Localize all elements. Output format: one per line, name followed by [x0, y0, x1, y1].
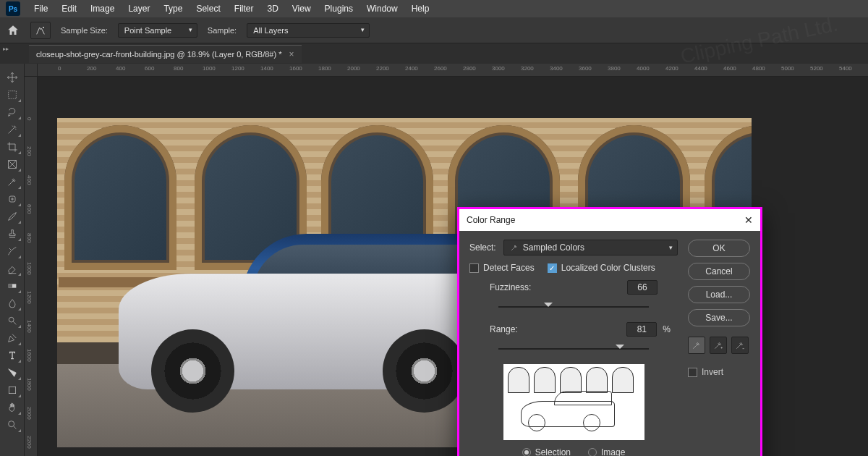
- menu-view[interactable]: View: [286, 1, 317, 16]
- active-tool-icon[interactable]: [30, 22, 51, 39]
- ok-button[interactable]: OK: [688, 240, 750, 257]
- svg-rect-5: [8, 284, 12, 287]
- sample-dropdown[interactable]: All Layers: [247, 23, 370, 38]
- svg-point-6: [9, 317, 14, 322]
- move-tool[interactable]: [2, 69, 22, 85]
- save-button[interactable]: Save...: [688, 309, 750, 326]
- type-tool[interactable]: [2, 347, 22, 363]
- marquee-tool[interactable]: [2, 87, 22, 103]
- dialog-titlebar[interactable]: Color Range ✕: [459, 209, 760, 231]
- tab-close-icon[interactable]: ×: [289, 49, 294, 59]
- color-range-dialog: Color Range ✕ Select: Sampled Colors: [457, 207, 762, 456]
- crop-tool[interactable]: [2, 139, 22, 155]
- canvas-area[interactable]: 0200400600800100012001400160018002000220…: [25, 64, 868, 456]
- image-radio[interactable]: [588, 448, 597, 456]
- detect-faces-checkbox[interactable]: [469, 263, 479, 273]
- tab-title: closeup-shot-grey-car-front-building.jpg…: [36, 50, 282, 59]
- image-radio-label: Image: [601, 447, 625, 456]
- load-button[interactable]: Load...: [688, 286, 750, 303]
- lasso-tool[interactable]: [2, 104, 22, 120]
- sample-label: Sample:: [208, 26, 237, 35]
- range-slider[interactable]: [498, 344, 649, 354]
- dodge-tool[interactable]: [2, 313, 22, 329]
- invert-checkbox[interactable]: [688, 368, 697, 377]
- tools-panel: [0, 64, 25, 456]
- range-input[interactable]: 81: [626, 322, 657, 337]
- svg-point-8: [8, 421, 14, 427]
- range-unit: %: [663, 324, 671, 334]
- menu-filter[interactable]: Filter: [229, 1, 260, 16]
- gradient-tool[interactable]: [2, 278, 22, 294]
- fuzziness-input[interactable]: 66: [627, 280, 658, 295]
- zoom-tool[interactable]: [2, 417, 22, 433]
- localized-checkbox[interactable]: ✓: [548, 263, 557, 273]
- eyedropper-subtract-icon[interactable]: [731, 337, 749, 354]
- select-label: Select:: [469, 242, 496, 253]
- shape-tool[interactable]: [2, 382, 22, 398]
- options-bar: Sample Size: Point Sample Sample: All La…: [0, 17, 868, 43]
- menu-edit[interactable]: Edit: [56, 1, 82, 16]
- selection-radio-label: Selection: [535, 447, 571, 456]
- sample-size-label: Sample Size:: [61, 26, 108, 35]
- selection-preview-image: [503, 364, 644, 440]
- pen-tool[interactable]: [2, 330, 22, 346]
- select-dropdown[interactable]: Sampled Colors: [503, 240, 678, 256]
- blur-tool[interactable]: [2, 295, 22, 311]
- document-tabbar: closeup-shot-grey-car-front-building.jpg…: [0, 43, 868, 64]
- selection-radio[interactable]: [522, 448, 531, 456]
- localized-label: Localized Color Clusters: [561, 263, 655, 273]
- main-menubar: Ps File Edit Image Layer Type Select Fil…: [0, 0, 868, 17]
- menu-window[interactable]: Window: [361, 1, 404, 16]
- stamp-tool[interactable]: [2, 226, 22, 242]
- svg-rect-1: [8, 91, 16, 99]
- eyedropper-sample-icon[interactable]: [688, 337, 705, 354]
- eyedropper-tool[interactable]: [2, 174, 22, 190]
- svg-point-0: [43, 27, 43, 28]
- home-icon[interactable]: [6, 23, 20, 38]
- range-label: Range:: [490, 324, 518, 334]
- path-tool[interactable]: [2, 365, 22, 381]
- menu-layer[interactable]: Layer: [122, 1, 156, 16]
- expand-panel-icon[interactable]: ▸▸: [2, 43, 9, 54]
- menu-plugins[interactable]: Plugins: [319, 1, 359, 16]
- ruler-corner: [25, 64, 38, 77]
- cancel-button[interactable]: Cancel: [688, 263, 750, 280]
- close-icon[interactable]: ✕: [744, 214, 753, 226]
- document-tab[interactable]: closeup-shot-grey-car-front-building.jpg…: [29, 45, 302, 63]
- invert-label: Invert: [702, 367, 723, 377]
- brush-tool[interactable]: [2, 208, 22, 224]
- history-brush-tool[interactable]: [2, 243, 22, 259]
- select-value: Sampled Colors: [523, 242, 584, 253]
- menu-3d[interactable]: 3D: [261, 1, 284, 16]
- eyedropper-add-icon[interactable]: [710, 337, 727, 354]
- hand-tool[interactable]: [2, 400, 22, 415]
- menu-help[interactable]: Help: [406, 1, 435, 16]
- menu-type[interactable]: Type: [158, 1, 188, 16]
- wand-tool[interactable]: [2, 122, 22, 138]
- eraser-tool[interactable]: [2, 261, 22, 276]
- eyedropper-icon: [510, 243, 519, 252]
- frame-tool[interactable]: [2, 156, 22, 172]
- dialog-title: Color Range: [467, 215, 515, 225]
- healing-tool[interactable]: [2, 191, 22, 207]
- photoshop-logo: Ps: [6, 1, 20, 16]
- fuzziness-slider[interactable]: [498, 302, 649, 312]
- horizontal-ruler: 0200400600800100012001400160018002000220…: [38, 64, 868, 77]
- svg-rect-7: [9, 387, 15, 393]
- menu-image[interactable]: Image: [85, 1, 120, 16]
- vertical-ruler: 0200400600800100012001400160018002000220…: [25, 77, 38, 456]
- fuzziness-label: Fuzziness:: [490, 282, 531, 292]
- menu-select[interactable]: Select: [190, 1, 226, 16]
- sample-size-dropdown[interactable]: Point Sample: [118, 23, 197, 38]
- menu-file[interactable]: File: [28, 1, 54, 16]
- detect-faces-label: Detect Faces: [483, 263, 535, 273]
